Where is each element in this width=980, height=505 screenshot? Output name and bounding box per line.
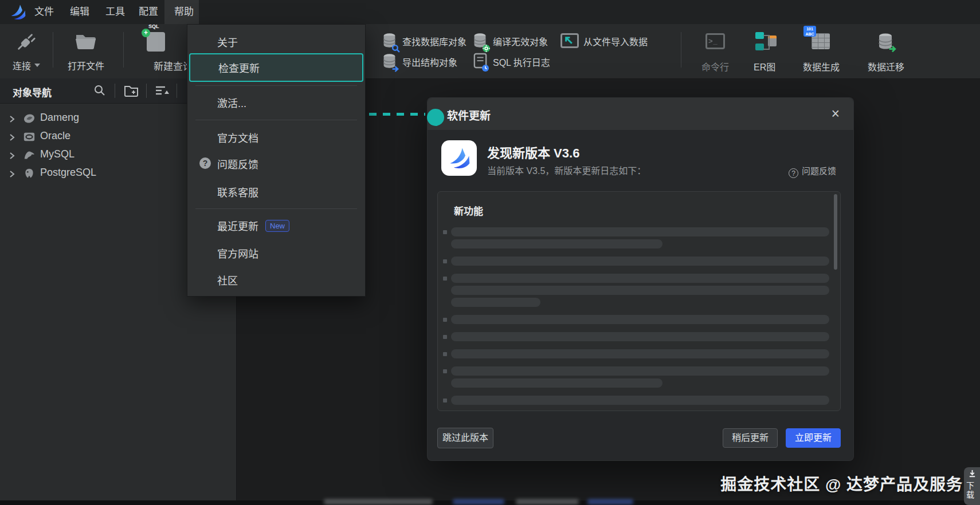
- import-from-file-button[interactable]: 从文件导入数据: [560, 32, 658, 49]
- export-struct-label: 导出结构对象: [402, 55, 457, 69]
- menu-item-feedback[interactable]: 问题反馈: [217, 156, 258, 171]
- watermark-text: 掘金技术社区 @ 达梦产品及服务: [720, 472, 963, 495]
- dameng-db-icon: [23, 112, 36, 125]
- skeleton-row: [443, 315, 832, 324]
- update-now-button[interactable]: 立即更新: [786, 428, 841, 448]
- new-query-button[interactable]: SQL + 新建查询: [141, 31, 193, 72]
- update-later-button[interactable]: 稍后更新: [723, 428, 778, 448]
- skeleton-row: [443, 378, 832, 388]
- data-migrate-button[interactable]: 数据迁移: [864, 31, 908, 73]
- database-search-icon: [382, 32, 397, 51]
- er-diagram-button[interactable]: ER图: [747, 31, 785, 73]
- header-separator: [146, 84, 147, 98]
- chevron-right-icon[interactable]: [9, 115, 15, 125]
- chevron-right-icon[interactable]: [9, 152, 15, 162]
- export-struct-button[interactable]: 导出结构对象: [382, 53, 473, 70]
- search-icon[interactable]: [93, 84, 106, 99]
- changelog-skeleton: [443, 219, 832, 405]
- check-update-label: 检查更新: [218, 60, 260, 75]
- scrollbar-thumb[interactable]: [834, 194, 837, 270]
- terminal-icon-text: >_: [708, 37, 718, 45]
- skeleton-row: [443, 257, 832, 266]
- menu-bar: 文件 编辑 工具 配置 帮助: [0, 0, 980, 24]
- open-file-label: 打开文件: [68, 58, 104, 72]
- dialog-header: 软件更新 ×: [428, 98, 853, 130]
- menu-item-activate[interactable]: 激活...: [217, 95, 246, 110]
- menu-item-website[interactable]: 官方网站: [217, 246, 258, 261]
- skip-version-button[interactable]: 跳过此版本: [437, 428, 493, 448]
- sql-log-label: SQL 执行日志: [493, 55, 550, 69]
- sql-log-button[interactable]: SQL 执行日志: [472, 53, 558, 70]
- compile-invalid-button[interactable]: 编译无效对象: [472, 32, 558, 49]
- tree-item-label: MySQL: [40, 148, 75, 160]
- question-circle-icon: ?: [789, 168, 798, 178]
- software-update-dialog: 软件更新 × 发现新版本 V3.6 当前版本 V3.5，新版本更新日志如下： ?…: [427, 97, 854, 461]
- menu-item-docs[interactable]: 官方文档: [217, 130, 258, 145]
- skeleton-row: [443, 298, 832, 307]
- download-label: 下载: [964, 482, 975, 500]
- data-gen-badge: 101ABC: [803, 26, 816, 37]
- mysql-db-icon: [23, 149, 36, 161]
- plus-badge-icon: +: [142, 29, 150, 37]
- tree-item-label: Dameng: [40, 112, 79, 124]
- header-separator: [177, 84, 177, 98]
- cli-button[interactable]: >_ 命令行: [695, 31, 736, 73]
- oracle-db-icon: [23, 131, 36, 143]
- menu-item-check-update[interactable]: 检查更新: [189, 53, 363, 82]
- database-gear-icon: [472, 32, 488, 51]
- plug-icon: [15, 31, 37, 55]
- find-db-objects-button[interactable]: 查找数据库对象: [382, 32, 479, 49]
- menu-item-support[interactable]: 联系客服: [217, 184, 258, 199]
- download-icon: [968, 470, 977, 478]
- collapse-all-icon[interactable]: [155, 85, 170, 98]
- new-badge: New: [265, 220, 289, 232]
- skeleton-row: [443, 332, 832, 341]
- menu-config[interactable]: 配置: [132, 0, 165, 24]
- find-db-objects-label: 查找数据库对象: [402, 34, 467, 48]
- new-folder-icon[interactable]: [124, 84, 139, 99]
- changelog-panel: 新功能: [437, 191, 841, 411]
- cutoff-text-fragment: [587, 499, 633, 504]
- folder-icon: [75, 32, 97, 54]
- skeleton-row: [443, 227, 832, 236]
- toolbar-separator: [123, 32, 124, 68]
- app-window: 文件 编辑 工具 配置 帮助 连接: [0, 0, 980, 505]
- menu-tools[interactable]: 工具: [99, 0, 132, 24]
- header-separator: [115, 84, 115, 98]
- menu-separator: [195, 208, 357, 209]
- menu-file[interactable]: 文件: [28, 0, 61, 24]
- er-diagram-icon: [755, 32, 777, 53]
- changelog-section-title: 新功能: [454, 203, 483, 218]
- question-circle-icon: ?: [199, 157, 211, 169]
- menu-help[interactable]: 帮助: [167, 0, 201, 24]
- toolbar: 连接 打开文件 SQL + 新建查询: [0, 24, 980, 79]
- menu-separator: [195, 120, 357, 120]
- open-file-button[interactable]: 打开文件: [64, 31, 110, 72]
- current-version-subline: 当前版本 V3.5，新版本更新日志如下：: [487, 163, 646, 177]
- compile-invalid-label: 编译无效对象: [493, 34, 548, 48]
- dialog-title: 软件更新: [447, 107, 491, 123]
- sql-log-icon: [473, 53, 487, 71]
- menu-item-recent-updates[interactable]: 最近更新New: [217, 218, 289, 233]
- app-logo-icon: [8, 3, 28, 21]
- close-icon[interactable]: ×: [831, 105, 840, 121]
- import-from-file-label: 从文件导入数据: [583, 34, 648, 48]
- menu-edit[interactable]: 编辑: [63, 0, 96, 24]
- connect-button[interactable]: 连接: [10, 31, 46, 72]
- feedback-link[interactable]: ?问题反馈: [789, 164, 836, 178]
- toolbar-separator: [53, 32, 53, 68]
- download-edge-widget[interactable]: 下载: [964, 467, 980, 505]
- connector-dashed-horizontal: [355, 113, 425, 116]
- postgresql-db-icon: [23, 167, 36, 180]
- database-export-icon: [382, 53, 397, 72]
- data-migrate-icon: [877, 32, 894, 53]
- chevron-right-icon[interactable]: [9, 170, 15, 180]
- tree-item-label: PostgreSQL: [40, 167, 96, 179]
- data-gen-button[interactable]: 101ABC 数据生成: [800, 31, 844, 73]
- menu-item-about[interactable]: 关于: [217, 34, 238, 49]
- chevron-right-icon[interactable]: [9, 133, 15, 144]
- cutoff-text-fragment: [516, 499, 579, 504]
- menu-item-community[interactable]: 社区: [217, 273, 238, 287]
- connector-dot: [427, 109, 444, 126]
- skeleton-row: [443, 274, 832, 283]
